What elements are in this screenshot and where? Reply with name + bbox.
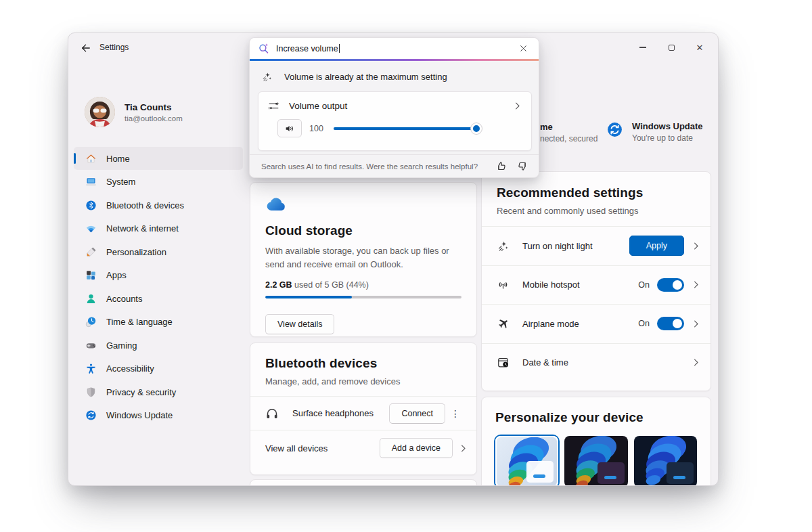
device-row: Surface headphones Connect ⋮ — [250, 397, 476, 430]
night-light-label: Turn on night light — [522, 241, 629, 251]
time-language-icon — [85, 316, 97, 328]
sidebar-item-system[interactable]: System — [74, 171, 243, 194]
sidebar-item-label: Accounts — [106, 294, 142, 304]
sidebar-item-label: System — [106, 177, 135, 187]
close-icon: ✕ — [696, 43, 704, 52]
theme-preview-window — [667, 462, 694, 484]
ai-sparkle-icon — [261, 71, 273, 83]
sidebar-item-label: Windows Update — [106, 410, 173, 420]
storage-progress-fill — [265, 296, 352, 298]
night-light-icon — [497, 240, 510, 252]
search-flyout: Increase volume Volume is already at the… — [249, 37, 539, 178]
hotspot-toggle[interactable] — [657, 278, 684, 292]
recommended-subtitle: Recent and commonly used settings — [497, 206, 696, 216]
thumbs-up-icon — [495, 160, 508, 173]
sidebar-item-home[interactable]: Home — [74, 147, 243, 170]
sidebar-item-label: Network & internet — [106, 223, 179, 234]
peek-card — [250, 479, 477, 486]
theme-preview-window — [597, 462, 625, 484]
bluetooth-card-head: Bluetooth devices Manage, add, and remov… — [250, 343, 476, 396]
sidebar-item-label: Personalization — [106, 247, 166, 257]
volume-value: 100 — [309, 124, 325, 133]
view-details-button[interactable]: View details — [265, 314, 334, 334]
slider-thumb[interactable] — [471, 123, 482, 134]
sidebar-item-personalization[interactable]: Personalization — [74, 240, 243, 263]
airplane-toggle[interactable] — [657, 317, 684, 330]
sidebar-item-apps[interactable]: Apps — [74, 264, 243, 287]
more-options-icon[interactable]: ⋮ — [445, 405, 466, 422]
recommended-title: Recommended settings — [497, 185, 696, 200]
storage-used-value: 2.2 GB — [265, 280, 292, 290]
sidebar-item-bluetooth-devices[interactable]: Bluetooth & devices — [74, 194, 243, 217]
network-status: nected, secured — [540, 134, 597, 143]
personalize-title: Personalize your device — [495, 410, 697, 425]
thumbs-up-button[interactable] — [495, 160, 508, 173]
network-status-banner[interactable]: me nected, secured — [540, 122, 597, 143]
back-button[interactable] — [78, 41, 93, 56]
chevron-right-icon — [691, 280, 701, 290]
theme-preview-taskbar — [604, 476, 616, 479]
date-time-row[interactable]: Date & time — [482, 344, 710, 382]
theme-preview-taskbar — [533, 474, 545, 478]
window-title: Settings — [99, 43, 129, 52]
profile-name: Tia Counts — [125, 102, 183, 112]
theme-thumbnail-dark[interactable] — [564, 436, 627, 486]
thumbs-down-button[interactable] — [516, 160, 529, 173]
brush-icon — [85, 246, 97, 258]
cloud-description: With available storage, you can back up … — [265, 244, 461, 271]
speaker-button[interactable] — [277, 119, 302, 137]
date-time-icon — [497, 356, 510, 369]
profile-text: Tia Counts tia@outlook.com — [125, 102, 183, 123]
sidebar-nav: Home System Bluetooth & devices — [74, 147, 243, 427]
storage-usage: 2.2 GB used of 5 GB (44%) — [265, 280, 461, 290]
avatar — [85, 97, 115, 127]
storage-used-rest: used of 5 GB (44%) — [292, 280, 369, 290]
minimize-button[interactable] — [631, 39, 654, 56]
sidebar-item-accessibility[interactable]: Accessibility — [74, 357, 243, 380]
speaker-icon — [284, 123, 295, 134]
theme-thumbnail-blue[interactable] — [634, 436, 697, 486]
sidebar-item-label: Privacy & security — [106, 387, 176, 397]
airplane-state: On — [638, 319, 650, 328]
night-light-row[interactable]: Turn on night light Apply — [482, 227, 710, 265]
theme-thumbnail-light[interactable] — [495, 436, 558, 486]
search-close-button[interactable] — [516, 41, 531, 56]
apps-icon — [85, 269, 97, 281]
mobile-hotspot-label: Mobile hotspot — [522, 280, 638, 290]
add-device-button[interactable]: Add a device — [380, 438, 453, 458]
connect-button[interactable]: Connect — [389, 403, 445, 424]
airplane-mode-row[interactable]: Airplane mode On — [482, 305, 710, 343]
bluetooth-icon — [85, 200, 97, 211]
search-query: Increase volume — [276, 44, 338, 53]
update-title: Windows Update — [632, 121, 703, 131]
view-all-label: View all devices — [265, 443, 380, 453]
volume-slider[interactable] — [334, 123, 480, 134]
volume-output-header: Volume output — [258, 92, 531, 112]
user-profile[interactable]: Tia Counts tia@outlook.com — [85, 97, 183, 127]
ai-answer-row[interactable]: Volume is already at the maximum setting — [250, 61, 539, 91]
sidebar-item-privacy-security[interactable]: Privacy & security — [74, 380, 243, 403]
volume-output-label: Volume output — [289, 101, 512, 111]
windows-update-banner[interactable]: Windows Update You're up to date — [606, 121, 703, 143]
maximize-button[interactable] — [660, 39, 683, 56]
mobile-hotspot-row[interactable]: Mobile hotspot On — [482, 266, 710, 305]
sidebar-item-label: Time & language — [106, 317, 173, 327]
profile-email: tia@outlook.com — [125, 114, 183, 123]
sidebar-item-accounts[interactable]: Accounts — [74, 287, 243, 310]
sidebar-item-time-language[interactable]: Time & language — [74, 311, 243, 334]
search-input[interactable]: Increase volume — [276, 44, 516, 53]
view-all-devices-row[interactable]: View all devices Add a device — [250, 430, 476, 466]
airplane-mode-label: Airplane mode — [522, 319, 638, 329]
sidebar-item-network-internet[interactable]: Network & internet — [74, 217, 243, 240]
sidebar-item-label: Accessibility — [106, 363, 154, 374]
search-bar[interactable]: Increase volume — [250, 38, 539, 59]
personalize-card: Personalize your device — [481, 397, 711, 486]
sidebar-item-gaming[interactable]: Gaming — [74, 334, 243, 357]
hotspot-state: On — [638, 280, 650, 290]
sidebar-item-windows-update[interactable]: Windows Update — [74, 404, 243, 427]
close-button[interactable]: ✕ — [688, 39, 711, 56]
minimize-icon — [639, 47, 646, 47]
apply-button[interactable]: Apply — [629, 236, 684, 256]
selected-indicator — [74, 153, 76, 164]
volume-output-card[interactable]: Volume output 100 — [258, 91, 532, 151]
